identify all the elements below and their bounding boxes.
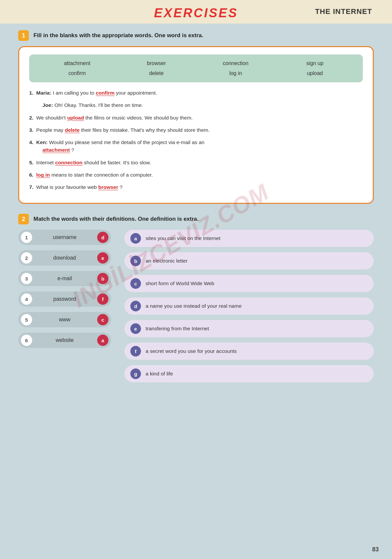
match-letter-g: g: [130, 368, 141, 379]
sentence-1: 1. Maria: I am calling you to confirm yo…: [29, 89, 363, 97]
match-right-b: b an electronic letter: [124, 252, 374, 270]
match-num-1: 1: [21, 232, 32, 243]
answer-7: browser: [98, 184, 118, 190]
match-def-b: an electronic letter: [146, 258, 188, 264]
sentence-before: What is your favourite web: [36, 184, 98, 190]
match-word-6: website: [32, 337, 97, 343]
match-answer-3: b: [97, 273, 108, 284]
sentence-before: Internet: [36, 160, 55, 165]
sentence-4: 4. Ken: Would you please send me the det…: [29, 138, 363, 154]
word-bank-item: log in: [198, 70, 274, 76]
sentence-after: should be faster. It's too slow.: [84, 160, 151, 165]
match-letter-a: a: [130, 233, 141, 244]
answer-4-wrapper: attachment ?: [42, 147, 74, 153]
exercise-1-box: attachment browser connection sign up co…: [18, 46, 374, 204]
sentence-5: 5. Internet connection should be faster.…: [29, 159, 363, 166]
match-letter-f: f: [130, 346, 141, 357]
match-answer-6: a: [97, 335, 108, 346]
match-num-4: 4: [21, 293, 32, 305]
sentence-num: 6.: [29, 172, 33, 178]
match-letter-b: b: [130, 256, 141, 266]
match-def-d: a name you use instead of your real name: [146, 303, 242, 309]
match-right-a: a sites you can visit on the Internet: [124, 230, 374, 247]
right-column: a sites you can visit on the Internet b …: [124, 230, 374, 382]
sentence-num: 7.: [29, 184, 33, 190]
sentence-after: ?: [120, 184, 123, 190]
sentence-num: 1.: [29, 90, 33, 96]
match-def-g: a kind of life: [146, 371, 173, 377]
match-left-2: 2 download e: [18, 250, 111, 266]
sentence-num: 2.: [29, 115, 33, 120]
sentence-2: 2. We shouldn't upload the films or musi…: [29, 114, 363, 121]
match-left-3: 3 e-mail b: [18, 271, 111, 286]
speaker-joe: Joe:: [42, 102, 54, 108]
match-word-1: username: [32, 234, 97, 240]
sentence-3: 3. People may delete their files by mist…: [29, 126, 363, 134]
page-title: EXERCISES: [154, 6, 238, 20]
sentence-before: People may: [36, 127, 65, 133]
sentences-list: 1. Maria: I am calling you to confirm yo…: [29, 89, 363, 191]
answer-4: attachment: [42, 147, 70, 153]
exercise-1-section: 1 Fill in the blanks with the appropriat…: [18, 30, 374, 204]
sentence-after: their files by mistake. That's why they …: [81, 127, 210, 133]
match-word-5: www: [32, 317, 97, 323]
match-letter-d: d: [130, 301, 141, 311]
sentence-num: 5.: [29, 160, 33, 165]
match-def-c: short form of World Wide Web: [146, 280, 214, 286]
match-letter-c: c: [130, 278, 141, 289]
section-title: THE INTERNET: [315, 7, 372, 16]
match-word-4: password: [32, 296, 97, 302]
sentence-before: I am calling you to: [53, 90, 96, 96]
exercise-1-instruction: Fill in the blanks with the appropriate …: [33, 32, 203, 39]
match-right-d: d a name you use instead of your real na…: [124, 297, 374, 315]
answer-6: log in: [36, 172, 50, 178]
match-answer-2: e: [97, 252, 108, 264]
exercise-1-number: 1: [18, 30, 29, 41]
top-bar: EXERCISES THE INTERNET: [0, 0, 392, 24]
sentence-after: the films or music videos. We should buy…: [86, 115, 193, 120]
match-answer-4: f: [97, 293, 108, 305]
page: EXERCISES THE INTERNET 1 Fill in the bla…: [0, 0, 392, 559]
sentence-joe: Joe: Oh! Okay. Thanks. I'll be there on …: [42, 101, 363, 109]
sentence-num: 4.: [29, 139, 33, 145]
exercise-1-header: 1 Fill in the blanks with the appropriat…: [18, 30, 374, 41]
match-def-a: sites you can visit on the Internet: [146, 235, 221, 241]
left-column: 1 username d 2 download e 3 e-mail b: [18, 230, 111, 382]
match-letter-e: e: [130, 323, 141, 334]
word-bank-item: upload: [277, 70, 353, 76]
speaker-ken: Ken:: [36, 139, 49, 145]
answer-5: connection: [55, 160, 83, 165]
answer-1: confirm: [96, 90, 114, 96]
match-answer-1: d: [97, 232, 108, 243]
sentence-before: Would you please send me the details of …: [49, 139, 204, 145]
match-right-e: e transfering from the Internet: [124, 320, 374, 337]
exercise-2-container: 1 username d 2 download e 3 e-mail b: [18, 230, 374, 382]
word-bank-item: sign up: [277, 60, 353, 66]
sentence-num: 3.: [29, 127, 33, 133]
exercise-2-number: 2: [18, 214, 29, 224]
content-area: 1 Fill in the blanks with the appropriat…: [0, 24, 392, 551]
match-right-c: c short form of World Wide Web: [124, 275, 374, 292]
sentence-before: We shouldn't: [36, 115, 67, 120]
match-left-5: 5 www c: [18, 312, 111, 327]
answer-2: upload: [67, 115, 84, 120]
word-bank-item: attachment: [39, 60, 115, 66]
match-def-f: a secret word you use for your accounts: [146, 348, 237, 354]
match-right-f: f a secret word you use for your account…: [124, 343, 374, 360]
match-word-3: e-mail: [32, 276, 97, 281]
match-answer-5: c: [97, 314, 108, 325]
sentence-7: 7. What is your favourite web browser ?: [29, 183, 363, 191]
exercise-2-instruction: Match the words with their definitions. …: [33, 216, 199, 222]
match-left-1: 1 username d: [18, 230, 111, 245]
sentence-after: means to start the connection of a compu…: [51, 172, 153, 178]
word-bank-item: connection: [198, 60, 274, 66]
match-num-2: 2: [21, 252, 32, 264]
exercise-2-section: 2 Match the words with their definitions…: [18, 214, 374, 382]
match-num-6: 6: [21, 335, 32, 346]
word-bank-item: confirm: [39, 70, 115, 76]
word-bank: attachment browser connection sign up co…: [29, 54, 363, 82]
word-bank-item: delete: [118, 70, 194, 76]
sentence-after: your appointment.: [116, 90, 157, 96]
sentence-after: ?: [71, 147, 74, 153]
match-left-4: 4 password f: [18, 291, 111, 307]
